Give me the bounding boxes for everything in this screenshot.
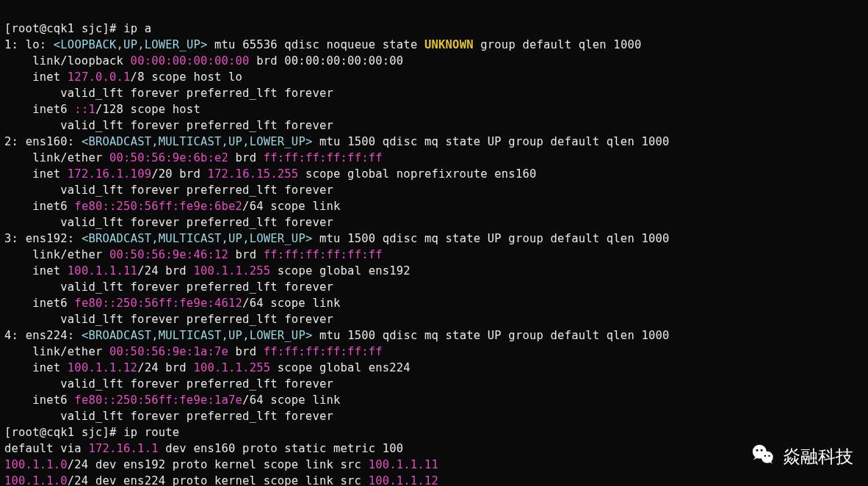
prompt-line-2: [root@cqk1 sjc]# ip route bbox=[4, 426, 179, 439]
iface-ens160-valid: valid_lft forever preferred_lft forever bbox=[4, 184, 333, 197]
iface-lo-valid6: valid_lft forever preferred_lft forever bbox=[4, 119, 333, 132]
prompt-line-1: [root@cqk1 sjc]# ip a bbox=[4, 22, 151, 35]
iface-ens192-header: 3: ens192: <BROADCAST,MULTICAST,UP,LOWER… bbox=[4, 232, 670, 245]
terminal-output[interactable]: [root@cqk1 sjc]# ip a 1: lo: <LOOPBACK,U… bbox=[0, 0, 868, 486]
iface-ens224-inet: inet 100.1.1.12/24 brd 100.1.1.255 scope… bbox=[4, 361, 411, 374]
iface-ens192-valid: valid_lft forever preferred_lft forever bbox=[4, 280, 333, 294]
route-2: 100.1.1.0/24 dev ens224 proto kernel sco… bbox=[4, 474, 438, 486]
iface-ens160-inet: inet 172.16.1.109/20 brd 172.16.15.255 s… bbox=[4, 167, 536, 181]
iface-ens192-inet6: inet6 fe80::250:56ff:fe9e:4612/64 scope … bbox=[4, 297, 341, 310]
route-1: 100.1.1.0/24 dev ens192 proto kernel sco… bbox=[4, 458, 438, 471]
iface-ens160-header: 2: ens160: <BROADCAST,MULTICAST,UP,LOWER… bbox=[4, 135, 670, 148]
iface-lo-link: link/loopback 00:00:00:00:00:00 brd 00:0… bbox=[4, 54, 403, 68]
iface-lo-header: 1: lo: <LOOPBACK,UP,LOWER_UP> mtu 65536 … bbox=[4, 38, 641, 51]
iface-ens224-link: link/ether 00:50:56:9e:1a:7e brd ff:ff:f… bbox=[4, 345, 383, 358]
iface-ens192-inet: inet 100.1.1.11/24 brd 100.1.1.255 scope… bbox=[4, 264, 411, 278]
route-default: default via 172.16.1.1 dev ens160 proto … bbox=[4, 442, 403, 455]
iface-ens224-header: 4: ens224: <BROADCAST,MULTICAST,UP,LOWER… bbox=[4, 329, 670, 342]
iface-lo-inet6: inet6 ::1/128 scope host bbox=[4, 103, 200, 116]
iface-ens224-valid6: valid_lft forever preferred_lft forever bbox=[4, 410, 333, 423]
iface-ens160-inet6: inet6 fe80::250:56ff:fe9e:6be2/64 scope … bbox=[4, 200, 341, 213]
iface-lo-valid: valid_lft forever preferred_lft forever bbox=[4, 87, 333, 100]
iface-ens224-inet6: inet6 fe80::250:56ff:fe9e:1a7e/64 scope … bbox=[4, 393, 341, 407]
iface-lo-inet: inet 127.0.0.1/8 scope host lo bbox=[4, 70, 242, 84]
iface-ens192-valid6: valid_lft forever preferred_lft forever bbox=[4, 313, 333, 326]
iface-ens160-link: link/ether 00:50:56:9e:6b:e2 brd ff:ff:f… bbox=[4, 151, 383, 164]
iface-ens192-link: link/ether 00:50:56:9e:46:12 brd ff:ff:f… bbox=[4, 248, 383, 261]
iface-ens160-valid6: valid_lft forever preferred_lft forever bbox=[4, 216, 333, 229]
iface-ens224-valid: valid_lft forever preferred_lft forever bbox=[4, 377, 333, 391]
